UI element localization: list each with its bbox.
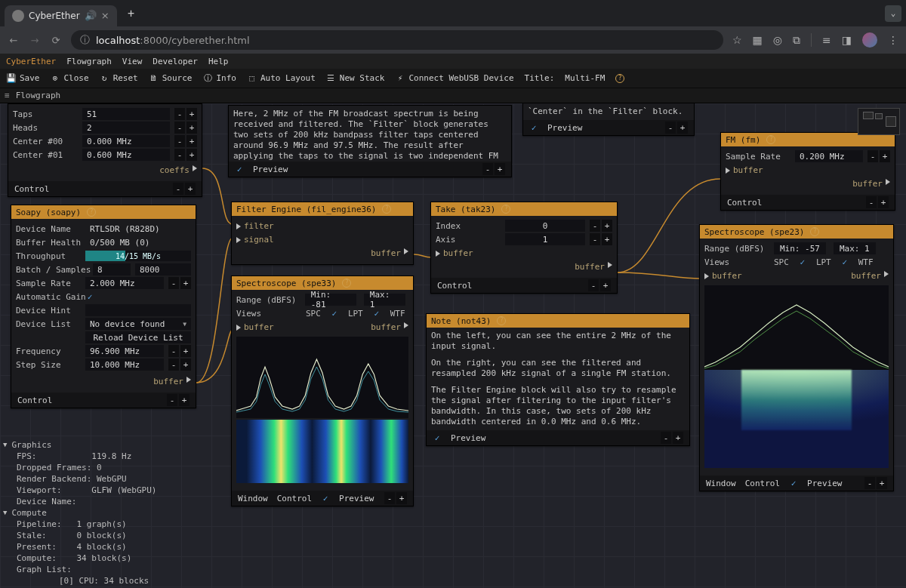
star-icon[interactable]: ☆ xyxy=(732,34,742,46)
eye-icon[interactable]: ◎ xyxy=(773,34,782,46)
minus-button[interactable]: - xyxy=(590,233,600,245)
forward-icon[interactable]: → xyxy=(29,35,41,46)
node-header[interactable]: Take (tak23)? xyxy=(431,202,617,216)
param-value[interactable]: 0 xyxy=(505,220,585,232)
reload-device-list-button[interactable]: Reload Device List xyxy=(85,331,191,343)
site-info-icon[interactable]: ⓘ xyxy=(80,33,90,47)
info-button[interactable]: ⓘInfo xyxy=(203,73,237,83)
minus-button[interactable]: - xyxy=(384,492,395,504)
minus-button[interactable]: - xyxy=(588,279,599,291)
back-icon[interactable]: ← xyxy=(8,35,20,46)
checkbox-icon[interactable] xyxy=(798,257,807,266)
node-note-fragment[interactable]: `Center` in the `Filter` block. Preview … xyxy=(522,103,695,136)
plus-button[interactable]: + xyxy=(878,196,889,208)
range-min[interactable]: Min: -57 xyxy=(774,242,826,254)
minus-button[interactable]: - xyxy=(168,359,179,371)
control-toggle[interactable]: Control xyxy=(727,198,762,208)
plus-button[interactable]: + xyxy=(186,149,197,161)
help-icon[interactable]: ? xyxy=(501,205,510,214)
new-tab-button[interactable]: + xyxy=(122,4,141,23)
plus-button[interactable]: + xyxy=(677,122,688,134)
node-take[interactable]: Take (tak23)? Index0-+ Axis1-+ buffer bu… xyxy=(430,202,618,294)
reset-button[interactable]: ↻Reset xyxy=(100,73,138,83)
control-toggle[interactable]: Control xyxy=(17,396,52,405)
minus-button[interactable]: - xyxy=(866,196,877,208)
node-note-43[interactable]: Note (not43)? On the left, you can see t… xyxy=(426,313,690,446)
minus-button[interactable]: - xyxy=(167,394,177,406)
audio-icon[interactable]: 🔊 xyxy=(85,10,97,21)
plus-button[interactable]: + xyxy=(673,432,683,444)
save-button[interactable]: 💾Save xyxy=(6,73,40,83)
checkbox-icon[interactable] xyxy=(789,479,798,488)
close-button[interactable]: ⊗Close xyxy=(51,73,89,83)
minus-button[interactable]: - xyxy=(174,135,185,147)
close-icon[interactable]: × xyxy=(101,10,109,21)
view-wtf[interactable]: WTF xyxy=(390,309,405,319)
minus-button[interactable]: - xyxy=(864,477,875,489)
in-port-buffer[interactable]: buffer xyxy=(726,164,763,177)
minus-button[interactable]: - xyxy=(174,149,185,161)
help-icon[interactable]: ? xyxy=(87,208,96,217)
menu-flowgraph[interactable]: Flowgraph xyxy=(66,57,112,66)
stats-section-graphics[interactable]: Graphics xyxy=(11,439,51,451)
minus-button[interactable]: - xyxy=(174,122,185,134)
omnibox[interactable]: ⓘ localhost:8000/cyberether.html xyxy=(71,30,723,50)
param-value[interactable]: 0.200 MHz xyxy=(795,150,863,162)
checkbox-icon[interactable] xyxy=(85,292,94,301)
plus-button[interactable]: + xyxy=(180,359,191,371)
param-value[interactable]: 0.600 MHz xyxy=(82,149,170,161)
node-filter-engine[interactable]: Filter Engine (fil_engine36)? filter sig… xyxy=(231,202,414,265)
range-max[interactable]: Max: 1 xyxy=(364,294,405,306)
control-toggle[interactable]: Control xyxy=(14,184,49,194)
menu-view[interactable]: View xyxy=(122,57,143,66)
in-port-buffer[interactable]: buffer xyxy=(436,247,473,260)
view-spc[interactable]: SPC xyxy=(306,309,321,319)
node-fm[interactable]: FM (fm)? Sample Rate0.200 MHz-+ buffer b… xyxy=(720,132,895,211)
node-header[interactable]: Filter Engine (fil_engine36)? xyxy=(232,202,413,216)
extensions-icon[interactable]: ⧉ xyxy=(793,34,800,47)
breadcrumb-caret-icon[interactable]: ≡ xyxy=(5,91,10,100)
profile-avatar[interactable] xyxy=(862,32,877,48)
param-value[interactable]: 2 xyxy=(82,122,170,134)
param-value[interactable]: 0.000 MHz xyxy=(82,135,170,147)
checkbox-icon[interactable] xyxy=(433,433,442,442)
minus-button[interactable]: - xyxy=(174,108,185,120)
preview-toggle[interactable]: Preview xyxy=(339,494,374,503)
node-header[interactable]: Soapy (soapy)? xyxy=(11,205,196,219)
window-toggle[interactable]: Window xyxy=(706,479,736,488)
help-icon[interactable]: ? xyxy=(615,74,624,83)
plus-button[interactable]: + xyxy=(185,183,196,195)
range-max[interactable]: Max: 1 xyxy=(834,242,876,254)
notion-icon[interactable]: ▦ xyxy=(753,34,763,46)
title-value[interactable]: Multi-FM xyxy=(565,73,605,83)
source-button[interactable]: 🗎Source xyxy=(149,73,193,83)
preview-toggle[interactable]: Preview xyxy=(253,165,288,174)
caret-down-icon[interactable]: ▼ xyxy=(3,439,7,451)
plus-button[interactable]: + xyxy=(186,108,197,120)
view-lpt[interactable]: LPT xyxy=(816,257,831,267)
plus-button[interactable]: + xyxy=(877,477,887,489)
plus-button[interactable]: + xyxy=(180,277,191,289)
out-port-buffer[interactable]: buffer xyxy=(575,260,612,273)
device-list-dropdown[interactable]: No device found▼ xyxy=(85,318,191,330)
minus-button[interactable]: - xyxy=(173,183,183,195)
minus-button[interactable]: - xyxy=(168,277,179,289)
plus-button[interactable]: + xyxy=(179,394,190,406)
minus-button[interactable]: - xyxy=(482,163,493,175)
param-value[interactable]: 2.000 MHz xyxy=(85,277,164,289)
view-spc[interactable]: SPC xyxy=(774,257,789,267)
param-value[interactable]: 96.900 MHz xyxy=(85,345,164,357)
checkbox-icon[interactable] xyxy=(321,494,330,503)
out-port-coeffs[interactable]: coeffs xyxy=(159,164,197,177)
out-port-buffer[interactable]: buffer xyxy=(153,375,191,388)
node-note-intro[interactable]: Here, 2 MHz of the FM broadcast spectrum… xyxy=(228,105,512,177)
minus-button[interactable]: - xyxy=(665,122,676,134)
plus-button[interactable]: + xyxy=(602,220,612,232)
minus-button[interactable]: - xyxy=(867,150,878,162)
view-wtf[interactable]: WTF xyxy=(858,257,874,267)
plus-button[interactable]: + xyxy=(396,492,407,504)
minimap[interactable] xyxy=(858,108,900,135)
sidepanel-icon[interactable]: ◨ xyxy=(842,34,852,46)
browser-tab[interactable]: CyberEther 🔊 × xyxy=(5,5,117,26)
help-icon[interactable]: ? xyxy=(382,205,391,214)
